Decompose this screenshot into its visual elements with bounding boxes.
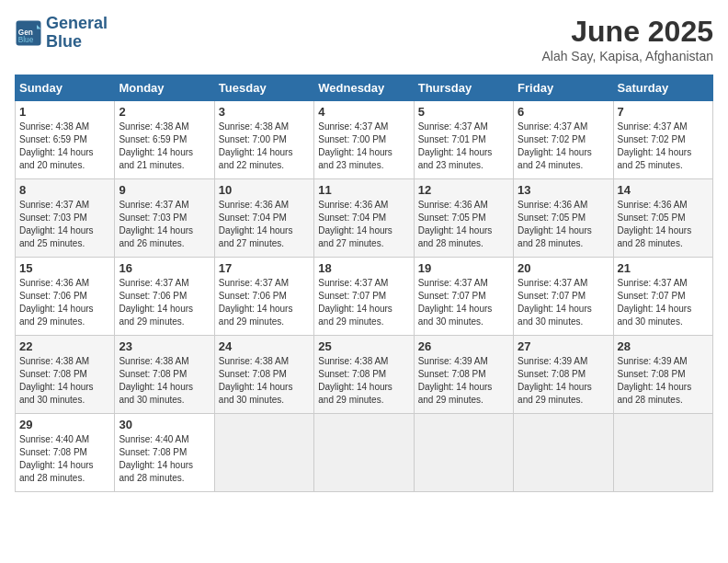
logo-text-line2: Blue [46,33,108,52]
day-26: 26 Sunrise: 4:39 AMSunset: 7:08 PMDaylig… [414,336,513,414]
col-saturday: Saturday [613,75,712,101]
day-23: 23 Sunrise: 4:38 AMSunset: 7:08 PMDaylig… [115,336,214,414]
title-section: June 2025 Alah Say, Kapisa, Afghanistan [541,15,713,63]
calendar-table: Sunday Monday Tuesday Wednesday Thursday… [15,75,713,492]
day-15: 15 Sunrise: 4:36 AMSunset: 7:06 PMDaylig… [16,258,115,336]
logo-text-line1: General [46,15,108,33]
day-5: 5 Sunrise: 4:37 AMSunset: 7:01 PMDayligh… [414,101,513,179]
day-10: 10 Sunrise: 4:36 AMSunset: 7:04 PMDaylig… [214,179,313,258]
empty-cell-4 [514,414,613,492]
day-19: 19 Sunrise: 4:37 AMSunset: 7:07 PMDaylig… [414,258,513,336]
day-17: 17 Sunrise: 4:37 AMSunset: 7:06 PMDaylig… [214,258,313,336]
day-28: 28 Sunrise: 4:39 AMSunset: 7:08 PMDaylig… [613,336,712,414]
day-18: 18 Sunrise: 4:37 AMSunset: 7:07 PMDaylig… [314,258,414,336]
day-7: 7 Sunrise: 4:37 AMSunset: 7:02 PMDayligh… [613,101,712,179]
day-30: 30 Sunrise: 4:40 AMSunset: 7:08 PMDaylig… [115,414,214,492]
col-thursday: Thursday [414,75,513,101]
day-20: 20 Sunrise: 4:37 AMSunset: 7:07 PMDaylig… [514,258,613,336]
day-22: 22 Sunrise: 4:38 AMSunset: 7:08 PMDaylig… [16,336,115,414]
page-header: Gen Blue General Blue June 2025 Alah Say… [15,15,713,63]
calendar-week-4: 22 Sunrise: 4:38 AMSunset: 7:08 PMDaylig… [16,336,713,414]
day-14: 14 Sunrise: 4:36 AMSunset: 7:05 PMDaylig… [613,179,712,258]
main-title: June 2025 [541,15,713,49]
day-6: 6 Sunrise: 4:37 AMSunset: 7:02 PMDayligh… [514,101,613,179]
calendar-week-3: 15 Sunrise: 4:36 AMSunset: 7:06 PMDaylig… [16,258,713,336]
svg-text:Blue: Blue [18,36,34,44]
day-12: 12 Sunrise: 4:36 AMSunset: 7:05 PMDaylig… [414,179,513,258]
day-13: 13 Sunrise: 4:36 AMSunset: 7:05 PMDaylig… [514,179,613,258]
day-27: 27 Sunrise: 4:39 AMSunset: 7:08 PMDaylig… [514,336,613,414]
empty-cell-5 [613,414,712,492]
day-1: 1 Sunrise: 4:38 AMSunset: 6:59 PMDayligh… [16,101,115,179]
day-29: 29 Sunrise: 4:40 AMSunset: 7:08 PMDaylig… [16,414,115,492]
col-monday: Monday [115,75,214,101]
col-friday: Friday [514,75,613,101]
calendar-week-2: 8 Sunrise: 4:37 AMSunset: 7:03 PMDayligh… [16,179,713,258]
day-2: 2 Sunrise: 4:38 AMSunset: 6:59 PMDayligh… [115,101,214,179]
calendar-week-5: 29 Sunrise: 4:40 AMSunset: 7:08 PMDaylig… [16,414,713,492]
day-25: 25 Sunrise: 4:38 AMSunset: 7:08 PMDaylig… [314,336,414,414]
empty-cell-3 [414,414,513,492]
col-tuesday: Tuesday [214,75,313,101]
day-9: 9 Sunrise: 4:37 AMSunset: 7:03 PMDayligh… [115,179,214,258]
location-subtitle: Alah Say, Kapisa, Afghanistan [541,49,713,63]
empty-cell-2 [314,414,414,492]
day-8: 8 Sunrise: 4:37 AMSunset: 7:03 PMDayligh… [16,179,115,258]
calendar-header-row: Sunday Monday Tuesday Wednesday Thursday… [16,75,713,101]
day-11: 11 Sunrise: 4:36 AMSunset: 7:04 PMDaylig… [314,179,414,258]
day-16: 16 Sunrise: 4:37 AMSunset: 7:06 PMDaylig… [115,258,214,336]
col-wednesday: Wednesday [314,75,414,101]
logo-icon: Gen Blue [15,19,42,47]
logo: Gen Blue General Blue [15,15,108,52]
day-24: 24 Sunrise: 4:38 AMSunset: 7:08 PMDaylig… [214,336,313,414]
col-sunday: Sunday [16,75,115,101]
empty-cell-1 [214,414,313,492]
calendar-week-1: 1 Sunrise: 4:38 AMSunset: 6:59 PMDayligh… [16,101,713,179]
day-21: 21 Sunrise: 4:37 AMSunset: 7:07 PMDaylig… [613,258,712,336]
day-3: 3 Sunrise: 4:38 AMSunset: 7:00 PMDayligh… [214,101,313,179]
day-4: 4 Sunrise: 4:37 AMSunset: 7:00 PMDayligh… [314,101,414,179]
